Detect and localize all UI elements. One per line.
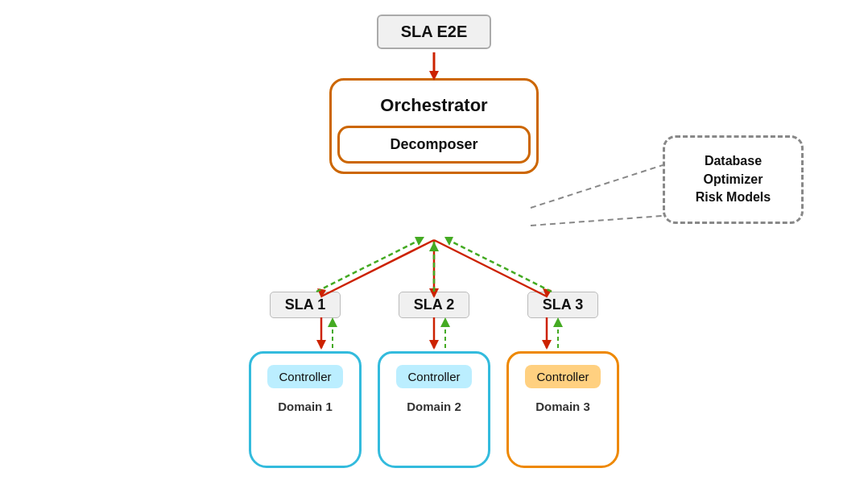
sla-e2e-label: SLA E2E: [401, 23, 468, 40]
database-box: DatabaseOptimizerRisk Models: [663, 135, 804, 224]
sla-item-3: SLA 3: [498, 292, 627, 318]
sla-label-2: SLA 2: [399, 292, 469, 318]
controller-label-3: Controller: [525, 365, 600, 388]
sla-e2e-box: SLA E2E: [377, 14, 492, 49]
svg-marker-21: [328, 317, 337, 327]
controller-domain-1: Controller Domain 1: [249, 351, 362, 468]
controller-row: Controller Domain 1 Controller Domain 2 …: [225, 351, 643, 468]
controller-label-1: Controller: [267, 365, 342, 388]
sla-item-1: SLA 1: [241, 292, 370, 318]
svg-marker-17: [429, 340, 439, 350]
svg-line-26: [531, 165, 663, 208]
domain-label-1: Domain 1: [278, 400, 333, 413]
svg-marker-11: [429, 242, 439, 251]
svg-line-8: [316, 238, 424, 292]
sla-row: SLA 1 SLA 2 SLA 3: [225, 292, 643, 318]
sla-label-3: SLA 3: [527, 292, 598, 318]
svg-line-6: [434, 240, 547, 296]
controller-label-2: Controller: [396, 365, 471, 388]
svg-marker-19: [542, 340, 552, 350]
svg-marker-13: [444, 237, 453, 246]
controller-domain-3: Controller Domain 3: [506, 351, 619, 468]
svg-marker-9: [415, 237, 424, 246]
controller-domain-2: Controller Domain 2: [378, 351, 490, 468]
domain-label-2: Domain 2: [407, 400, 461, 413]
svg-marker-25: [553, 317, 563, 327]
sla-item-2: SLA 2: [370, 292, 498, 318]
svg-line-2: [321, 240, 434, 296]
decomposer-label: Decomposer: [390, 136, 477, 152]
orchestrator-box: Orchestrator Decomposer: [329, 78, 539, 174]
orchestrator-label: Orchestrator: [380, 81, 487, 126]
decomposer-box: Decomposer: [337, 126, 531, 164]
sla-label-1: SLA 1: [270, 292, 341, 318]
svg-line-12: [444, 238, 552, 292]
svg-marker-15: [316, 340, 326, 350]
database-label: DatabaseOptimizerRisk Models: [696, 152, 771, 206]
diagram-container: SLA E2E Orchestrator Decomposer Database…: [0, 0, 868, 493]
svg-marker-23: [440, 317, 450, 327]
domain-label-3: Domain 3: [535, 400, 590, 413]
svg-line-27: [531, 216, 663, 226]
